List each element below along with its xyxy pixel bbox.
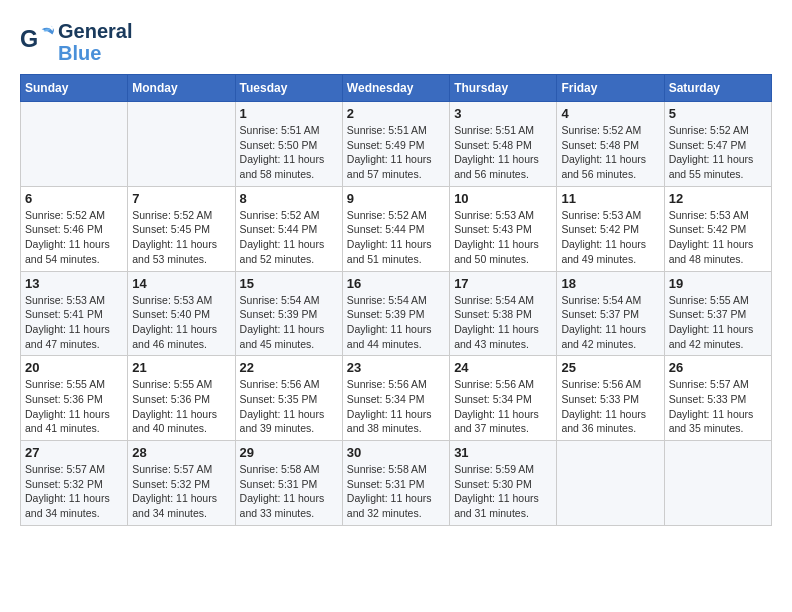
logo-icon: G [20, 22, 56, 62]
day-info: Sunrise: 5:52 AMSunset: 5:44 PMDaylight:… [240, 208, 338, 267]
calendar-day-header: Monday [128, 75, 235, 102]
calendar-cell: 11Sunrise: 5:53 AMSunset: 5:42 PMDayligh… [557, 186, 664, 271]
day-number: 31 [454, 445, 552, 460]
calendar-day-header: Tuesday [235, 75, 342, 102]
day-info: Sunrise: 5:57 AMSunset: 5:33 PMDaylight:… [669, 377, 767, 436]
day-info: Sunrise: 5:52 AMSunset: 5:46 PMDaylight:… [25, 208, 123, 267]
day-number: 26 [669, 360, 767, 375]
calendar-cell: 17Sunrise: 5:54 AMSunset: 5:38 PMDayligh… [450, 271, 557, 356]
svg-text:G: G [20, 26, 38, 52]
calendar-cell: 24Sunrise: 5:56 AMSunset: 5:34 PMDayligh… [450, 356, 557, 441]
day-info: Sunrise: 5:52 AMSunset: 5:48 PMDaylight:… [561, 123, 659, 182]
day-number: 10 [454, 191, 552, 206]
calendar-header-row: SundayMondayTuesdayWednesdayThursdayFrid… [21, 75, 772, 102]
day-info: Sunrise: 5:54 AMSunset: 5:39 PMDaylight:… [347, 293, 445, 352]
calendar-cell: 20Sunrise: 5:55 AMSunset: 5:36 PMDayligh… [21, 356, 128, 441]
calendar-cell: 26Sunrise: 5:57 AMSunset: 5:33 PMDayligh… [664, 356, 771, 441]
day-info: Sunrise: 5:58 AMSunset: 5:31 PMDaylight:… [240, 462, 338, 521]
day-number: 30 [347, 445, 445, 460]
day-number: 5 [669, 106, 767, 121]
day-info: Sunrise: 5:58 AMSunset: 5:31 PMDaylight:… [347, 462, 445, 521]
calendar-cell: 12Sunrise: 5:53 AMSunset: 5:42 PMDayligh… [664, 186, 771, 271]
calendar-cell: 15Sunrise: 5:54 AMSunset: 5:39 PMDayligh… [235, 271, 342, 356]
day-number: 16 [347, 276, 445, 291]
day-info: Sunrise: 5:53 AMSunset: 5:43 PMDaylight:… [454, 208, 552, 267]
day-number: 19 [669, 276, 767, 291]
calendar-cell [664, 441, 771, 526]
day-info: Sunrise: 5:56 AMSunset: 5:35 PMDaylight:… [240, 377, 338, 436]
calendar-cell [557, 441, 664, 526]
day-info: Sunrise: 5:55 AMSunset: 5:36 PMDaylight:… [132, 377, 230, 436]
calendar-cell: 9Sunrise: 5:52 AMSunset: 5:44 PMDaylight… [342, 186, 449, 271]
calendar-cell: 21Sunrise: 5:55 AMSunset: 5:36 PMDayligh… [128, 356, 235, 441]
day-number: 27 [25, 445, 123, 460]
day-number: 11 [561, 191, 659, 206]
logo-blue: Blue [58, 42, 101, 64]
calendar-day-header: Thursday [450, 75, 557, 102]
day-info: Sunrise: 5:56 AMSunset: 5:34 PMDaylight:… [454, 377, 552, 436]
day-info: Sunrise: 5:52 AMSunset: 5:45 PMDaylight:… [132, 208, 230, 267]
calendar-cell: 6Sunrise: 5:52 AMSunset: 5:46 PMDaylight… [21, 186, 128, 271]
calendar-cell: 4Sunrise: 5:52 AMSunset: 5:48 PMDaylight… [557, 102, 664, 187]
day-number: 22 [240, 360, 338, 375]
day-number: 14 [132, 276, 230, 291]
day-number: 23 [347, 360, 445, 375]
day-info: Sunrise: 5:52 AMSunset: 5:44 PMDaylight:… [347, 208, 445, 267]
day-number: 25 [561, 360, 659, 375]
calendar-cell: 2Sunrise: 5:51 AMSunset: 5:49 PMDaylight… [342, 102, 449, 187]
calendar-cell: 30Sunrise: 5:58 AMSunset: 5:31 PMDayligh… [342, 441, 449, 526]
calendar-day-header: Sunday [21, 75, 128, 102]
day-number: 12 [669, 191, 767, 206]
calendar-day-header: Wednesday [342, 75, 449, 102]
calendar-cell: 19Sunrise: 5:55 AMSunset: 5:37 PMDayligh… [664, 271, 771, 356]
day-number: 18 [561, 276, 659, 291]
day-info: Sunrise: 5:57 AMSunset: 5:32 PMDaylight:… [132, 462, 230, 521]
calendar-cell: 31Sunrise: 5:59 AMSunset: 5:30 PMDayligh… [450, 441, 557, 526]
day-info: Sunrise: 5:54 AMSunset: 5:39 PMDaylight:… [240, 293, 338, 352]
day-number: 17 [454, 276, 552, 291]
day-info: Sunrise: 5:53 AMSunset: 5:42 PMDaylight:… [669, 208, 767, 267]
day-number: 15 [240, 276, 338, 291]
calendar-cell: 13Sunrise: 5:53 AMSunset: 5:41 PMDayligh… [21, 271, 128, 356]
day-info: Sunrise: 5:55 AMSunset: 5:36 PMDaylight:… [25, 377, 123, 436]
day-number: 29 [240, 445, 338, 460]
calendar-cell: 8Sunrise: 5:52 AMSunset: 5:44 PMDaylight… [235, 186, 342, 271]
day-info: Sunrise: 5:54 AMSunset: 5:38 PMDaylight:… [454, 293, 552, 352]
day-info: Sunrise: 5:55 AMSunset: 5:37 PMDaylight:… [669, 293, 767, 352]
calendar-cell: 7Sunrise: 5:52 AMSunset: 5:45 PMDaylight… [128, 186, 235, 271]
calendar-week-row: 6Sunrise: 5:52 AMSunset: 5:46 PMDaylight… [21, 186, 772, 271]
day-number: 2 [347, 106, 445, 121]
calendar-cell: 25Sunrise: 5:56 AMSunset: 5:33 PMDayligh… [557, 356, 664, 441]
day-info: Sunrise: 5:51 AMSunset: 5:48 PMDaylight:… [454, 123, 552, 182]
day-info: Sunrise: 5:51 AMSunset: 5:50 PMDaylight:… [240, 123, 338, 182]
page-header: G General Blue [20, 20, 772, 64]
calendar-cell: 1Sunrise: 5:51 AMSunset: 5:50 PMDaylight… [235, 102, 342, 187]
calendar-cell: 22Sunrise: 5:56 AMSunset: 5:35 PMDayligh… [235, 356, 342, 441]
day-number: 6 [25, 191, 123, 206]
calendar-cell [128, 102, 235, 187]
day-number: 28 [132, 445, 230, 460]
logo: G General Blue [20, 20, 132, 64]
calendar-cell [21, 102, 128, 187]
day-number: 1 [240, 106, 338, 121]
day-number: 8 [240, 191, 338, 206]
day-number: 9 [347, 191, 445, 206]
day-info: Sunrise: 5:53 AMSunset: 5:41 PMDaylight:… [25, 293, 123, 352]
day-info: Sunrise: 5:53 AMSunset: 5:40 PMDaylight:… [132, 293, 230, 352]
day-info: Sunrise: 5:54 AMSunset: 5:37 PMDaylight:… [561, 293, 659, 352]
day-info: Sunrise: 5:59 AMSunset: 5:30 PMDaylight:… [454, 462, 552, 521]
calendar-week-row: 1Sunrise: 5:51 AMSunset: 5:50 PMDaylight… [21, 102, 772, 187]
day-info: Sunrise: 5:52 AMSunset: 5:47 PMDaylight:… [669, 123, 767, 182]
day-number: 13 [25, 276, 123, 291]
calendar-cell: 27Sunrise: 5:57 AMSunset: 5:32 PMDayligh… [21, 441, 128, 526]
day-info: Sunrise: 5:53 AMSunset: 5:42 PMDaylight:… [561, 208, 659, 267]
day-number: 20 [25, 360, 123, 375]
day-number: 24 [454, 360, 552, 375]
calendar-cell: 5Sunrise: 5:52 AMSunset: 5:47 PMDaylight… [664, 102, 771, 187]
calendar-table: SundayMondayTuesdayWednesdayThursdayFrid… [20, 74, 772, 526]
calendar-cell: 10Sunrise: 5:53 AMSunset: 5:43 PMDayligh… [450, 186, 557, 271]
day-number: 3 [454, 106, 552, 121]
day-number: 21 [132, 360, 230, 375]
day-number: 7 [132, 191, 230, 206]
calendar-week-row: 13Sunrise: 5:53 AMSunset: 5:41 PMDayligh… [21, 271, 772, 356]
